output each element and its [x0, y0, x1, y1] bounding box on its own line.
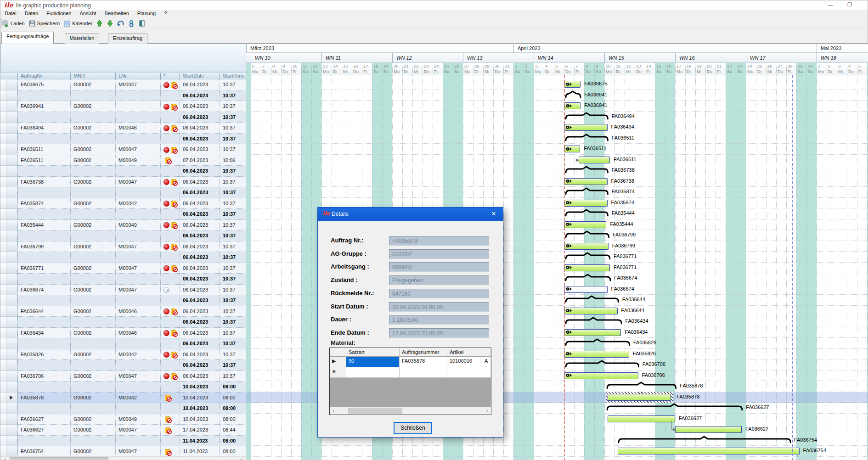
- material-hscrollbar[interactable]: ‹ ›: [330, 407, 491, 415]
- row-header[interactable]: [0, 349, 17, 360]
- table-row[interactable]: FA036511G00002M0004706.04.202310:37: [0, 144, 246, 155]
- table-row[interactable]: FA036738G00002M0004706.04.202310:37: [0, 177, 246, 188]
- material-cell[interactable]: [346, 367, 400, 378]
- table-row[interactable]: FA036434G00002M0004606.04.202310:37: [0, 328, 246, 339]
- menu-item-funktionen[interactable]: Funktionen: [42, 10, 75, 18]
- table-row[interactable]: FA036706G00002M0004706.04.202310:37: [0, 371, 246, 382]
- dialog-field-value[interactable]: 647160: [389, 289, 489, 298]
- tab-einzelauftrag[interactable]: Einzelauftrag: [108, 34, 147, 44]
- minimize-icon[interactable]: —: [825, 1, 835, 8]
- row-header[interactable]: [0, 285, 17, 296]
- column-header-status[interactable]: *: [160, 73, 180, 79]
- close-icon[interactable]: ✕: [488, 210, 499, 219]
- menu-item-daten[interactable]: Daten: [21, 10, 42, 18]
- row-header[interactable]: [0, 306, 17, 317]
- table-summary-row[interactable]: 06.04.202310:37: [0, 209, 246, 220]
- dialog-field-value[interactable]: 1.18:05:00: [389, 315, 489, 325]
- task-bar[interactable]: [579, 157, 610, 163]
- table-summary-row[interactable]: 10.04.202308:00: [0, 381, 246, 393]
- table-row[interactable]: FA036941G0000206.04.202310:37: [0, 101, 246, 112]
- material-grid-row[interactable]: ▶90FA03587810100016A: [330, 357, 491, 367]
- column-header-mnr[interactable]: MNR: [70, 73, 115, 79]
- material-cell[interactable]: 10100016: [447, 357, 482, 367]
- summary-bracket[interactable]: [565, 339, 631, 347]
- material-grid-row[interactable]: ✱: [330, 367, 491, 378]
- summary-bracket[interactable]: [618, 436, 792, 444]
- column-header-lnr[interactable]: LNr: [115, 73, 160, 79]
- summary-bracket[interactable]: [565, 91, 582, 99]
- task-bar[interactable]: [618, 448, 800, 454]
- dialog-field-value[interactable]: M00042: [389, 262, 489, 272]
- table-summary-row[interactable]: 06.04.202310:37: [0, 187, 246, 198]
- laden-button[interactable]: Laden: [0, 18, 27, 28]
- row-header[interactable]: [0, 166, 17, 177]
- material-cell[interactable]: [482, 367, 491, 378]
- scroll-right-icon[interactable]: ›: [484, 407, 491, 415]
- dialog-title-bar[interactable]: ile Details ✕: [318, 208, 503, 221]
- task-bar[interactable]: [564, 81, 581, 88]
- task-bar[interactable]: [564, 124, 608, 131]
- row-header[interactable]: [0, 187, 17, 198]
- dialog-field-value[interactable]: 10.04.2023 08:00:00: [389, 302, 489, 312]
- table-row[interactable]: FA035444G00002M0004906.04.202310:37: [0, 220, 246, 231]
- table-summary-row[interactable]: 06.04.202310:37: [0, 252, 246, 263]
- table-row[interactable]: FA036627G00002M0004717.04.202308:44: [0, 425, 246, 436]
- column-header-auftragnr[interactable]: AuftragNr: [17, 73, 70, 79]
- row-header[interactable]: [0, 446, 17, 457]
- table-row[interactable]: FA035874G00002M0004206.04.202310:37: [0, 198, 246, 209]
- table-row[interactable]: FA036511G00002M0004907.04.202310:06: [0, 155, 246, 166]
- task-bar[interactable]: [564, 200, 608, 207]
- table-summary-row[interactable]: 06.04.202310:37: [0, 134, 246, 145]
- row-header[interactable]: [0, 101, 17, 112]
- move-down-button[interactable]: [105, 18, 116, 28]
- dialog-field-value[interactable]: Freigegeben: [389, 275, 489, 285]
- table-summary-row[interactable]: 06.04.202310:37: [0, 274, 246, 285]
- resize-grip[interactable]: ⋱: [497, 432, 502, 436]
- material-column-header[interactable]: Auftragsnummer: [400, 348, 447, 357]
- scrollbar-thumb[interactable]: [348, 408, 402, 414]
- scroll-left-icon[interactable]: ◄: [0, 457, 8, 460]
- task-bar[interactable]: [564, 146, 580, 152]
- task-bar[interactable]: [564, 264, 610, 271]
- summary-bracket[interactable]: [565, 188, 610, 196]
- task-bar[interactable]: [564, 351, 629, 358]
- menu-item-[interactable]: ?: [160, 10, 171, 18]
- summary-bracket[interactable]: [565, 166, 610, 174]
- material-column-header[interactable]: Artikel: [447, 348, 482, 357]
- row-header[interactable]: [0, 338, 17, 349]
- table-summary-row[interactable]: 06.04.202310:37: [0, 360, 246, 371]
- dialog-field-value[interactable]: FA035878: [389, 236, 489, 246]
- summary-bracket[interactable]: [565, 317, 623, 325]
- row-header[interactable]: [0, 274, 17, 285]
- summary-bracket[interactable]: [565, 274, 612, 282]
- menu-item-ansicht[interactable]: Ansicht: [75, 10, 100, 18]
- table-row[interactable]: FA036754G00002M0004711.04.202308:00: [0, 446, 246, 457]
- table-row[interactable]: FA036674G00002M0004706.04.202310:37: [0, 285, 246, 296]
- summary-bracket[interactable]: [565, 112, 610, 121]
- table-row[interactable]: FA036627G00002M0004910.04.202308:00: [0, 414, 246, 425]
- material-cell[interactable]: 90: [346, 357, 400, 367]
- summary-bracket[interactable]: [565, 252, 612, 261]
- row-header[interactable]: [0, 360, 17, 371]
- column-header-starttime[interactable]: StartTime: [220, 73, 246, 79]
- task-bar[interactable]: [564, 102, 581, 109]
- kalender-button[interactable]: Kalender: [62, 18, 95, 28]
- task-bar[interactable]: [608, 415, 675, 422]
- scrollbar-thumb[interactable]: [10, 457, 108, 460]
- table-row[interactable]: FA036799G00002M0004706.04.202310:37: [0, 241, 246, 252]
- row-header[interactable]: [0, 134, 17, 145]
- menu-item-datei[interactable]: Datei: [0, 10, 21, 18]
- row-header[interactable]: [0, 317, 17, 328]
- row-header[interactable]: [0, 436, 17, 447]
- row-header[interactable]: [0, 198, 17, 209]
- dialog-field-value[interactable]: 17.04.2023 10:05:00: [389, 328, 489, 338]
- material-cell[interactable]: A: [482, 357, 491, 367]
- table-row[interactable]: FA036675G00002M0004706.04.202310:37: [0, 79, 246, 90]
- task-bar[interactable]: [564, 286, 608, 293]
- row-header[interactable]: [0, 393, 17, 404]
- row-header[interactable]: [0, 425, 17, 436]
- tab-materialien[interactable]: Materialien: [65, 34, 100, 44]
- task-bar[interactable]: [564, 243, 609, 250]
- scroll-left-icon[interactable]: ‹: [330, 407, 337, 415]
- row-header[interactable]: [0, 230, 17, 241]
